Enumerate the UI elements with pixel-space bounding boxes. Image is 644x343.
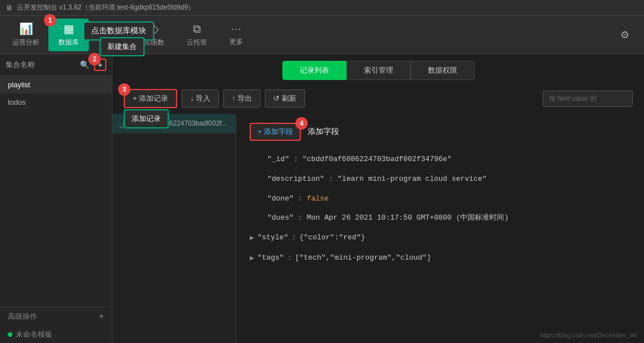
- main-layout: 集合名称 🔍 2 新建集合 + playlist todos 高级操作 +: [0, 54, 644, 343]
- add-record-button[interactable]: + 添加记录: [124, 89, 177, 108]
- step-circle-4: 4: [295, 117, 308, 130]
- sidebar-advanced-header: 高级操作 +: [0, 307, 112, 326]
- annotation-2: 新建集合: [100, 37, 145, 56]
- records-layout: _id: cbddf0af6086224703badf002f... 4 + 添…: [112, 114, 644, 343]
- field-tags: ▶ "tags" : ["tech","mini-program","cloud…: [250, 248, 631, 269]
- sidebar-header: 集合名称 🔍 2 新建集合 +: [0, 54, 112, 76]
- field-dues: "dues" : Mon Apr 26 2021 10:17:50 GMT+08…: [250, 208, 631, 228]
- tab-bar: 记录列表 索引管理 数据权限: [112, 54, 644, 87]
- sidebar-advanced: 高级操作 + 未命名模板: [0, 306, 112, 343]
- step-circle-2: 2: [88, 53, 101, 65]
- settings-icon: ⚙: [620, 29, 629, 41]
- tab-data-access[interactable]: 数据权限: [411, 61, 475, 80]
- content-area: 记录列表 索引管理 数据权限 3 添加记录 + 添加记录 ↓ 导入: [112, 54, 644, 343]
- expand-tags-arrow[interactable]: ▶: [250, 253, 254, 265]
- records-list: _id: cbddf0af6086224703badf002f...: [112, 114, 236, 343]
- toolbar-label-database: 数据库: [58, 38, 79, 47]
- toolbar-item-cloudhost[interactable]: ⧉ 云托管: [177, 19, 217, 51]
- refresh-button[interactable]: ↺ 刷新: [265, 90, 305, 108]
- toolbar-more[interactable]: ⋯ 更多: [219, 19, 253, 51]
- template-dot: [8, 332, 12, 337]
- field-done: "done" : false: [250, 189, 631, 209]
- more-icon: ⋯: [231, 23, 241, 35]
- field-description: "description" : "learn mini-program clou…: [250, 170, 631, 189]
- title-bar: 🖥 云开发控制台 v1.3.82（当前环境 test-8gdkp615de5fd…: [0, 0, 644, 16]
- more-label: 更多: [229, 37, 243, 47]
- database-icon: ▦: [64, 22, 74, 35]
- analytics-icon: 📊: [19, 22, 33, 35]
- sidebar-template: 未命名模板: [0, 326, 112, 343]
- record-detail: 4 + 添加字段 添加字段 "_id" : "cbddf0af608622470…: [236, 114, 644, 343]
- annotation-3: 添加记录: [124, 109, 169, 128]
- toolbar-settings[interactable]: ⚙: [611, 19, 638, 51]
- field-style: ▶ "style" : {"color":"red"}: [250, 228, 631, 248]
- sidebar-item-playlist[interactable]: playlist: [0, 76, 112, 93]
- add-field-bar: 4 + 添加字段 添加字段: [250, 123, 631, 141]
- field-id: "_id" : "cbddf0af6086224703badf002f34796…: [250, 150, 631, 170]
- toolbar-item-analytics[interactable]: 📊 运营分析: [6, 19, 46, 51]
- window-icon: 🖥: [6, 4, 12, 12]
- toolbar: 📊 运营分析 ▦ 数据库 1 点击数据库模块 ⬆ 存储 ◇ 云函数 ⧉ 云托管 …: [0, 16, 644, 54]
- add-field-button[interactable]: + 添加字段: [250, 123, 301, 141]
- import-button[interactable]: ↓ 导入: [182, 90, 219, 108]
- url-bar: https://blog.csdn.net/December_shi: [541, 332, 637, 338]
- toolbar-label-cloudhost: 云托管: [187, 38, 207, 47]
- tab-index-mgmt[interactable]: 索引管理: [346, 61, 411, 80]
- advanced-add-button[interactable]: +: [99, 311, 104, 322]
- export-button[interactable]: ↑ 导出: [223, 90, 260, 108]
- sidebar-item-todos[interactable]: todos: [0, 93, 112, 111]
- annotation-4: 添加字段: [308, 127, 339, 137]
- cloudhost-icon: ⧉: [193, 23, 201, 35]
- search-field[interactable]: 按 field:value 的: [543, 91, 633, 107]
- step-circle-3: 3: [118, 83, 130, 96]
- step-circle-1: 1: [44, 14, 56, 26]
- sidebar: 集合名称 🔍 2 新建集合 + playlist todos 高级操作 +: [0, 54, 112, 343]
- tab-record-list[interactable]: 记录列表: [282, 61, 346, 80]
- expand-style-arrow[interactable]: ▶: [250, 233, 254, 244]
- title-text: 云开发控制台 v1.3.82（当前环境 test-8gdkp615de5fd9d…: [17, 3, 195, 12]
- toolbar-label-analytics: 运营分析: [12, 38, 39, 47]
- action-bar: 3 添加记录 + 添加记录 ↓ 导入 ↑ 导出 ↺ 刷新 按 field:val…: [112, 87, 644, 114]
- collection-name-label: 集合名称: [6, 60, 75, 70]
